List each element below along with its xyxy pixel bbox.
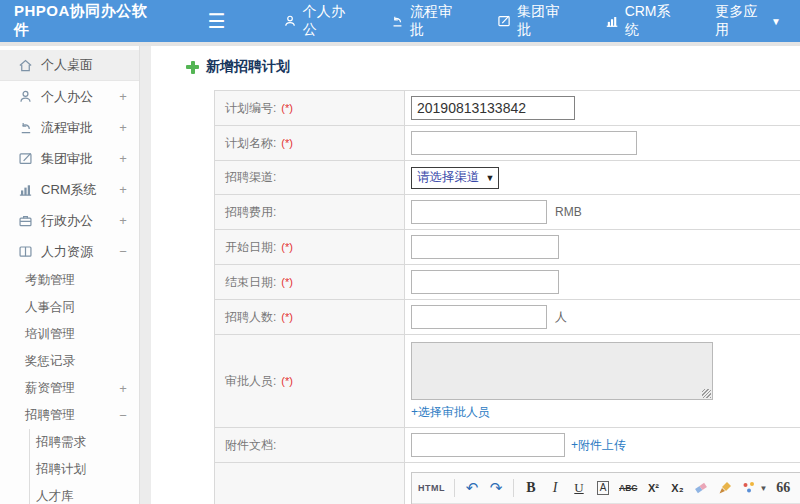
- required-mark: (*): [281, 241, 293, 253]
- font-style-icon[interactable]: A: [593, 477, 613, 499]
- editor-toolbar-row1: HTML ↶ ↷ B I U A ABC X² X₂: [412, 473, 800, 504]
- form-row-editor: HTML ↶ ↷ B I U A ABC X² X₂: [215, 463, 800, 504]
- layout: 个人桌面 个人办公 + 流程审批 + 集团审批 + CRM系统 + 行政办公 +: [0, 42, 800, 504]
- form-row-end-date: 结束日期: (*): [215, 265, 800, 300]
- topmenu-flow-approval[interactable]: 流程审批: [371, 3, 478, 39]
- html-source-button[interactable]: HTML: [416, 477, 447, 499]
- redo-icon[interactable]: ↷: [486, 477, 506, 499]
- undo-icon[interactable]: ↶: [462, 477, 482, 499]
- bold-icon[interactable]: B: [521, 477, 541, 499]
- topmenu-label: 集团审批: [517, 3, 566, 39]
- sidebar-item-flow-approval[interactable]: 流程审批 +: [0, 112, 139, 143]
- field-value-cell: 人: [405, 300, 800, 334]
- sidebar-item-hr-contract[interactable]: 人事合同: [0, 294, 139, 321]
- sidebar-item-recruit-plan[interactable]: 招聘计划: [30, 456, 139, 483]
- sidebar-item-rewards[interactable]: 奖惩记录: [0, 348, 139, 375]
- eraser-icon[interactable]: [691, 477, 711, 499]
- sidebar-item-label: 个人办公: [41, 88, 117, 106]
- field-label: 开始日期:: [225, 239, 276, 256]
- field-label-cell: 招聘人数: (*): [215, 300, 405, 334]
- attachment-input[interactable]: [411, 433, 565, 457]
- required-mark: (*): [281, 276, 293, 288]
- sidebar-item-label: 流程审批: [41, 119, 117, 137]
- field-value-cell: 请选择渠道 ▼: [405, 161, 800, 194]
- field-label-cell: 计划名称: (*): [215, 126, 405, 160]
- sidebar-item-label: CRM系统: [41, 181, 117, 199]
- expand-minus-icon[interactable]: −: [117, 244, 129, 259]
- strikethrough-icon[interactable]: ABC: [617, 477, 639, 499]
- form-row-headcount: 招聘人数: (*) 人: [215, 300, 800, 335]
- attachment-upload-link[interactable]: +附件上传: [571, 438, 626, 452]
- required-mark: (*): [281, 375, 293, 387]
- sidebar-item-salary[interactable]: 薪资管理 +: [0, 375, 139, 402]
- sidebar-item-label: 人事合同: [25, 299, 129, 316]
- sidebar-item-talent-pool[interactable]: 人才库: [30, 483, 139, 504]
- fee-input[interactable]: [411, 200, 547, 224]
- sidebar-item-desktop[interactable]: 个人桌面: [0, 50, 139, 81]
- superscript-icon[interactable]: X²: [643, 477, 663, 499]
- form-row-start-date: 开始日期: (*): [215, 230, 800, 265]
- field-label: 招聘费用:: [225, 204, 276, 221]
- sidebar-item-hr[interactable]: 人力资源 −: [0, 236, 139, 267]
- sidebar-item-recruit-demand[interactable]: 招聘需求: [30, 429, 139, 456]
- field-label-cell: 结束日期: (*): [215, 265, 405, 299]
- expand-minus-icon[interactable]: −: [117, 408, 129, 423]
- form-row-fee: 招聘费用: RMB: [215, 195, 800, 230]
- topmenu-group-approval[interactable]: 集团审批: [478, 3, 585, 39]
- hamburger-icon[interactable]: ☰: [208, 11, 226, 31]
- rich-text-editor: HTML ↶ ↷ B I U A ABC X² X₂: [411, 472, 800, 504]
- field-label-cell: 招聘渠道:: [215, 161, 405, 194]
- expand-plus-icon[interactable]: +: [117, 213, 129, 228]
- top-menu: 个人办公 流程审批 集团审批 CRM系统 更多应用 ▼: [264, 3, 800, 39]
- topmenu-personal-office[interactable]: 个人办公: [264, 3, 371, 39]
- expand-plus-icon[interactable]: +: [117, 182, 129, 197]
- field-value-cell: RMB: [405, 195, 800, 229]
- sidebar-item-label: 个人桌面: [41, 56, 129, 74]
- toolbar-separator: [454, 479, 455, 497]
- page-title-text: 新增招聘计划: [206, 58, 290, 76]
- field-label-cell: 附件文档:: [215, 428, 405, 462]
- topmenu-label: 更多应用: [715, 3, 763, 39]
- plan-no-input[interactable]: [411, 96, 575, 120]
- sidebar-item-personal-office[interactable]: 个人办公 +: [0, 81, 139, 112]
- headcount-unit-label: 人: [555, 309, 567, 326]
- field-label: 招聘人数:: [225, 309, 276, 326]
- sidebar-item-admin-office[interactable]: 行政办公 +: [0, 205, 139, 236]
- sidebar-item-recruitment[interactable]: 招聘管理 −: [0, 402, 139, 429]
- underline-icon[interactable]: U: [569, 477, 589, 499]
- topmenu-crm[interactable]: CRM系统: [586, 3, 697, 39]
- plan-name-input[interactable]: [411, 131, 637, 155]
- expand-plus-icon[interactable]: +: [117, 120, 129, 135]
- field-label-cell: 开始日期: (*): [215, 230, 405, 264]
- sidebar-item-attendance[interactable]: 考勤管理: [0, 267, 139, 294]
- form-row-approver: 审批人员: (*) +选择审批人员: [215, 335, 800, 428]
- start-date-input[interactable]: [411, 235, 559, 259]
- sidebar-item-label: 招聘管理: [25, 407, 117, 424]
- recruitment-submenu: 招聘需求 招聘计划 人才库: [29, 429, 139, 504]
- sidebar-item-crm[interactable]: CRM系统 +: [0, 174, 139, 205]
- approver-textarea[interactable]: [411, 342, 713, 400]
- subscript-icon[interactable]: X₂: [667, 477, 687, 499]
- sidebar: 个人桌面 个人办公 + 流程审批 + 集团审批 + CRM系统 + 行政办公 +: [0, 46, 140, 504]
- sidebar-item-label: 人才库: [36, 488, 74, 504]
- form-row-plan-no: 计划编号: (*): [215, 91, 800, 126]
- expand-plus-icon[interactable]: +: [117, 381, 129, 396]
- expand-plus-icon[interactable]: +: [117, 151, 129, 166]
- end-date-input[interactable]: [411, 270, 559, 294]
- sidebar-item-training[interactable]: 培训管理: [0, 321, 139, 348]
- sidebar-item-group-approval[interactable]: 集团审批 +: [0, 143, 139, 174]
- italic-icon[interactable]: I: [545, 477, 565, 499]
- channel-select[interactable]: 请选择渠道 ▼: [411, 167, 499, 189]
- field-label: 审批人员:: [225, 373, 276, 390]
- headcount-input[interactable]: [411, 305, 547, 329]
- user-icon: [18, 89, 33, 104]
- blockquote-icon[interactable]: 66: [773, 477, 793, 499]
- recruit-plan-form: 计划编号: (*) 计划名称: (*) 招聘渠道:: [214, 90, 800, 504]
- color-palette-icon[interactable]: ▼: [739, 477, 769, 499]
- format-brush-icon[interactable]: [715, 477, 735, 499]
- sidebar-item-label: 人力资源: [41, 243, 117, 261]
- sidebar-item-label: 考勤管理: [25, 272, 129, 289]
- expand-plus-icon[interactable]: +: [117, 89, 129, 104]
- select-approver-link[interactable]: +选择审批人员: [411, 404, 490, 421]
- topmenu-more-apps[interactable]: 更多应用 ▼: [696, 3, 800, 39]
